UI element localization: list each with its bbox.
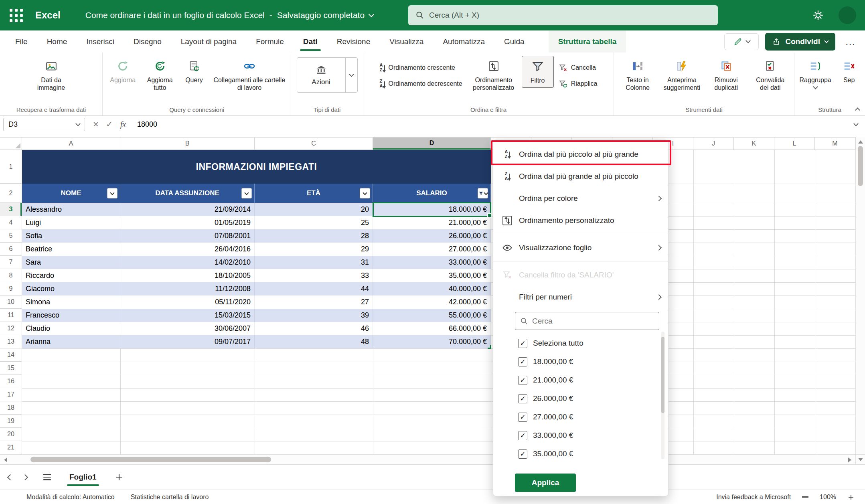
column-header-b[interactable]: B: [120, 138, 255, 150]
row-header-19[interactable]: 19: [0, 415, 22, 428]
row-header-6[interactable]: 6: [0, 243, 22, 256]
cell-age[interactable]: 39: [255, 309, 373, 322]
cell-date[interactable]: 30/06/2007: [120, 322, 255, 335]
gallery-dropdown-button[interactable]: [345, 58, 357, 92]
cell-salary[interactable]: 26.000,00 €: [373, 229, 491, 243]
actions-data-type-button[interactable]: Azioni: [297, 58, 345, 92]
tab-file[interactable]: File: [6, 30, 37, 53]
app-name[interactable]: Excel: [35, 10, 61, 21]
cell-date[interactable]: 07/08/2001: [120, 229, 255, 243]
column-header-m[interactable]: M: [815, 138, 855, 150]
reapply-filter-button[interactable]: Riapplica: [555, 77, 601, 91]
row-header-12[interactable]: 12: [0, 322, 22, 335]
horizontal-scroll-thumb[interactable]: [30, 457, 271, 462]
sheet-tab-foglio1[interactable]: Foglio1: [66, 465, 100, 490]
row-header-15[interactable]: 15: [0, 362, 22, 375]
cell-age[interactable]: 25: [255, 216, 373, 229]
column-header-j[interactable]: J: [693, 138, 734, 150]
filter-value-item[interactable]: 35.000,00 €: [518, 445, 668, 463]
confirm-entry-icon[interactable]: [106, 119, 113, 129]
cell-date[interactable]: 18/10/2005: [120, 269, 255, 282]
cell-salary[interactable]: 66.000,00 €: [373, 322, 491, 335]
add-sheet-button[interactable]: [112, 470, 126, 484]
next-sheet-icon[interactable]: [22, 474, 28, 480]
remove-duplicates-button[interactable]: Rimuovi duplicati: [705, 56, 748, 95]
menu-item-sort-ascending[interactable]: Ordina dal più piccolo al più grande: [493, 143, 668, 165]
row-header-13[interactable]: 13: [0, 335, 22, 348]
row-header-11[interactable]: 11: [0, 309, 22, 322]
row-header-14[interactable]: 14: [0, 348, 22, 362]
row-header-9[interactable]: 9: [0, 282, 22, 296]
data-from-picture-button[interactable]: Dati da immagine: [27, 56, 76, 95]
menu-item-sort-descending[interactable]: Ordina dal più grande al più piccolo: [493, 165, 668, 187]
row-header-10[interactable]: 10: [0, 296, 22, 309]
menu-item-sort-by-color[interactable]: Ordina per colore: [493, 187, 668, 209]
group-rows-button[interactable]: Raggruppa: [797, 56, 834, 92]
vertical-scroll-thumb[interactable]: [858, 146, 863, 186]
filter-dropdown-nome[interactable]: [107, 188, 117, 198]
cell-age[interactable]: 27: [255, 296, 373, 309]
column-header-l[interactable]: L: [774, 138, 815, 150]
filter-value-item[interactable]: 27.000,00 €: [518, 408, 668, 426]
cell-salary[interactable]: 18.000,00 €: [373, 203, 491, 216]
menu-search-box[interactable]: [515, 312, 659, 330]
scroll-right-arrow[interactable]: [848, 457, 851, 462]
cell-salary[interactable]: 21.000,00 €: [373, 216, 491, 229]
row-header-18[interactable]: 18: [0, 401, 22, 415]
clear-filter-button[interactable]: Cancella: [555, 61, 601, 75]
zoom-level[interactable]: 100%: [820, 494, 836, 501]
menu-scroll-thumb[interactable]: [661, 337, 664, 413]
zoom-in-icon[interactable]: [847, 494, 855, 501]
cell-date[interactable]: 26/04/2016: [120, 243, 255, 256]
cell-name[interactable]: Giacomo: [22, 282, 120, 296]
document-title[interactable]: Come ordinare i dati in un foglio di cal…: [85, 10, 373, 20]
sort-ascending-button[interactable]: Ordinamento crescente: [377, 61, 466, 75]
zoom-out-icon[interactable]: [802, 496, 808, 498]
row-header-3-selected[interactable]: 3: [0, 203, 22, 216]
cell-date[interactable]: 05/11/2020: [120, 296, 255, 309]
menu-scrollbar-track[interactable]: [661, 332, 664, 459]
tab-automatizza[interactable]: Automatizza: [433, 30, 494, 53]
menu-item-sheet-view[interactable]: Visualizzazione foglio: [493, 237, 668, 259]
ungroup-button[interactable]: Sep: [835, 56, 863, 87]
cell-age[interactable]: 29: [255, 243, 373, 256]
select-all-corner[interactable]: [0, 138, 22, 150]
workbook-statistics[interactable]: Statistiche cartella di lavoro: [131, 494, 209, 501]
cell-name[interactable]: Beatrice: [22, 243, 120, 256]
cell-age[interactable]: 46: [255, 322, 373, 335]
cell-age[interactable]: 33: [255, 269, 373, 282]
filter-dropdown-data-assunzione[interactable]: [241, 188, 252, 198]
tab-struttura-tabella[interactable]: Struttura tabella: [549, 30, 626, 53]
cancel-entry-icon[interactable]: [93, 119, 99, 130]
search-box[interactable]: [408, 5, 718, 25]
cell-salary[interactable]: 35.000,00 €: [373, 269, 491, 282]
formula-input[interactable]: 18000: [137, 120, 854, 129]
cell-salary[interactable]: 33.000,00 €: [373, 256, 491, 269]
cell-age[interactable]: 28: [255, 229, 373, 243]
row-header-1[interactable]: 1: [0, 150, 22, 184]
filter-select-all-item[interactable]: Seleziona tutto: [518, 334, 668, 352]
cell-name[interactable]: Riccardo: [22, 269, 120, 282]
column-header-k[interactable]: K: [734, 138, 774, 150]
tab-revisione[interactable]: Revisione: [327, 30, 380, 53]
row-header-2[interactable]: 2: [0, 184, 22, 203]
cell-age[interactable]: 48: [255, 335, 373, 348]
feedback-link[interactable]: Invia feedback a Microsoft: [716, 494, 791, 501]
cell-salary[interactable]: 27.000,00 €: [373, 243, 491, 256]
menu-item-number-filters[interactable]: Filtri per numeri: [493, 286, 668, 308]
refresh-all-button[interactable]: Aggiorna tutto: [142, 56, 177, 95]
row-header-21[interactable]: 21: [0, 441, 22, 454]
account-avatar[interactable]: [839, 6, 856, 24]
apply-button[interactable]: Applica: [515, 474, 576, 492]
filter-value-item[interactable]: 18.000,00 €: [518, 352, 668, 371]
cell-salary[interactable]: 42.000,00 €: [373, 296, 491, 309]
filter-dropdown-salario-active[interactable]: [478, 188, 488, 198]
cell-date[interactable]: 21/09/2014: [120, 203, 255, 216]
share-button[interactable]: Condividi: [765, 33, 835, 51]
tab-inserisci[interactable]: Inserisci: [77, 30, 124, 53]
cell-name[interactable]: Simona: [22, 296, 120, 309]
vertical-scrollbar[interactable]: [855, 137, 865, 454]
query-button[interactable]: Query: [179, 56, 209, 87]
column-header-a[interactable]: A: [22, 138, 120, 150]
cell-name[interactable]: Arianna: [22, 335, 120, 348]
